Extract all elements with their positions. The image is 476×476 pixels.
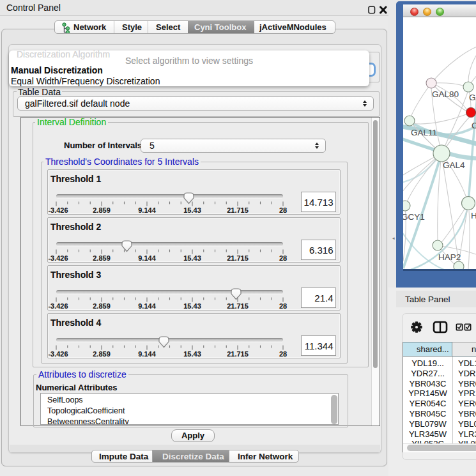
svg-text:GCY1: GCY1: [403, 212, 425, 222]
svg-text:GAL4: GAL4: [443, 160, 465, 170]
svg-text:HAP2: HAP2: [438, 252, 461, 262]
svg-text:GA: GA: [469, 93, 476, 102]
svg-text:GAL80: GAL80: [432, 89, 459, 99]
svg-text:C: C: [472, 121, 476, 130]
svg-text:HI: HI: [471, 211, 476, 220]
svg-text:GAL11: GAL11: [411, 128, 437, 137]
